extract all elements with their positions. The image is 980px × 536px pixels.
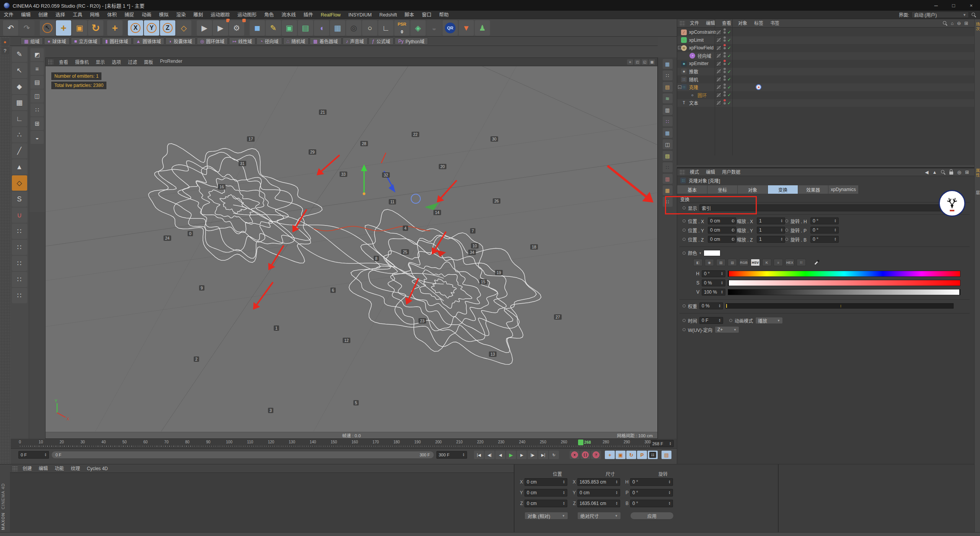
scale-tool[interactable]: ▣ <box>72 20 87 36</box>
object-row-圆环[interactable]: ○圆环✓ <box>677 91 974 99</box>
redo-button[interactable]: ↷ <box>19 20 34 36</box>
lock-icon[interactable] <box>949 172 953 175</box>
close-button[interactable]: × <box>962 0 980 11</box>
texture-mode-icon[interactable]: ▦ <box>12 95 27 110</box>
enabled-check-icon[interactable]: ✓ <box>727 68 731 75</box>
field-button-圆锥体域[interactable]: ▲圆锥体域 <box>133 38 165 45</box>
editor-visibility-dot[interactable] <box>724 60 726 62</box>
xpresso-button[interactable]: ◈ <box>410 20 426 36</box>
swatch-compare-icon[interactable]: ◧ <box>693 259 702 266</box>
x-axis-lock[interactable]: X <box>128 20 143 36</box>
apply-button[interactable]: 应用 <box>630 512 674 520</box>
animation-dot[interactable] <box>683 238 686 241</box>
add-deformer-menu[interactable]: ◖ <box>314 20 329 36</box>
viewport-menu-过滤[interactable]: 过滤 <box>124 59 140 65</box>
menu-窗口[interactable]: 窗口 <box>418 11 435 19</box>
visibility-dots[interactable] <box>724 68 726 75</box>
drag-grip-icon[interactable] <box>48 59 53 65</box>
points-mode-icon[interactable]: ∴ <box>12 127 27 142</box>
object-row-xpConstraints[interactable]: ∕xpConstraints✓ <box>677 28 974 36</box>
rotation-field[interactable]: 0 °▲▼ <box>810 236 839 243</box>
hex-mode[interactable]: HEX <box>785 259 794 266</box>
add-light-menu[interactable]: ○ <box>362 20 377 36</box>
dock-icon-12[interactable]: ▦ <box>663 185 673 195</box>
v-gradient-slider[interactable] <box>728 289 960 295</box>
add-panel-icon[interactable]: ⊞ <box>964 21 968 26</box>
menu-插件[interactable]: 插件 <box>300 11 317 19</box>
viewport-menu-显示[interactable]: 显示 <box>92 59 108 65</box>
object-row-径向域[interactable]: ◔径向域✓ <box>677 52 974 60</box>
scale-field[interactable]: 1▲▼ <box>757 227 785 234</box>
dock-icon-11[interactable]: ▥ <box>663 174 673 184</box>
animation-dot[interactable] <box>683 328 686 331</box>
home-icon[interactable]: ⌂ <box>951 21 954 26</box>
field-button-球体域[interactable]: ●球体域 <box>44 38 69 45</box>
layer-swatch[interactable] <box>716 91 721 99</box>
visibility-dots[interactable] <box>724 91 726 99</box>
drag-grip-icon[interactable] <box>679 170 685 175</box>
polygons-mode-icon[interactable]: ▲ <box>12 159 27 175</box>
menu-帮助[interactable]: 帮助 <box>435 11 452 19</box>
autokey-button[interactable]: ( ) <box>580 451 590 459</box>
drag-grip-icon[interactable] <box>679 21 685 26</box>
h-value-field[interactable]: 0 °▲▼ <box>702 270 725 277</box>
palette-grid-icon-1[interactable]: ∷ <box>12 240 27 255</box>
tab-基本[interactable]: 基本 <box>677 185 707 194</box>
gradient-icon[interactable]: ▧ <box>716 259 725 266</box>
dock-icon-2[interactable]: ∷ <box>663 70 673 80</box>
enabled-check-icon[interactable]: ✓ <box>727 91 731 99</box>
h-gradient-slider[interactable] <box>728 271 960 277</box>
modeling-icon-7[interactable]: ◒ <box>31 131 44 144</box>
object-row-文本[interactable]: T文本✓ <box>677 99 974 107</box>
material-menu-编辑[interactable]: 编辑 <box>35 464 51 473</box>
key-scale-toggle[interactable]: ▣ <box>616 451 626 459</box>
play-button[interactable]: ▶ <box>506 451 516 459</box>
modeling-icon-3[interactable]: ▤ <box>31 76 44 89</box>
menu-模拟[interactable]: 模拟 <box>155 11 172 19</box>
key-parameter-toggle[interactable]: P <box>637 451 647 459</box>
mograph-tag-icon[interactable] <box>756 84 761 90</box>
prev-frame-button[interactable]: ◀ <box>495 451 505 459</box>
render-visibility-dot[interactable] <box>724 71 726 73</box>
viewport-corner-icon-2[interactable]: ◰ <box>634 59 640 65</box>
hsv-mode[interactable]: HSV <box>751 259 760 266</box>
menu-网格[interactable]: 网格 <box>86 11 103 19</box>
render-visibility-dot[interactable] <box>724 63 726 65</box>
filter-icon[interactable]: ⊖ <box>957 21 961 26</box>
render-settings-button[interactable]: ⚙ <box>229 20 244 36</box>
search-icon[interactable] <box>942 21 947 26</box>
sliders-mode[interactable]: ≡ <box>774 259 783 266</box>
am-menu-模式[interactable]: 模式 <box>686 168 702 176</box>
animation-dot[interactable] <box>683 219 686 222</box>
visibility-dots[interactable] <box>724 75 726 83</box>
playhead[interactable] <box>578 440 583 445</box>
layer-swatch[interactable] <box>716 52 721 60</box>
help-icon[interactable]: ? <box>1 47 9 54</box>
scale-field[interactable]: 1▲▼ <box>757 236 785 243</box>
menu-渲染[interactable]: 渲染 <box>172 11 189 19</box>
menu-体积[interactable]: 体积 <box>103 11 121 19</box>
anim-mode-dropdown[interactable]: 播放▼ <box>755 317 783 324</box>
editor-visibility-dot[interactable] <box>724 75 726 78</box>
material-menu-纹理[interactable]: 纹理 <box>67 464 83 473</box>
goto-start-button[interactable]: |◀ <box>474 451 484 459</box>
dock-icon-4[interactable]: ≋ <box>663 93 673 103</box>
viewport-menu-面板[interactable]: 面板 <box>140 59 157 65</box>
material-menu-功能[interactable]: 功能 <box>51 464 67 473</box>
editor-visibility-dot[interactable] <box>724 44 726 46</box>
weight-field[interactable]: 0 %▲▼ <box>699 302 723 309</box>
enabled-check-icon[interactable]: ✓ <box>727 83 731 91</box>
reset-psr-button[interactable]: PSR0 <box>394 20 410 36</box>
viewport-menu-ProRender[interactable]: ProRender <box>157 59 186 65</box>
viewport-menu-选项[interactable]: 选项 <box>108 59 124 65</box>
menu-动画[interactable]: 动画 <box>138 11 155 19</box>
menu-文件[interactable]: 文件 <box>0 11 17 19</box>
add-cube-menu[interactable]: ■ <box>250 20 265 36</box>
eyedropper-icon[interactable] <box>813 260 820 266</box>
menu-编辑[interactable]: 编辑 <box>17 11 34 19</box>
field-button-Python域[interactable]: PyPython域 <box>395 38 428 45</box>
color-wheel-icon[interactable]: ◉ <box>705 259 714 266</box>
render-picture-viewer-button[interactable]: ▶ <box>213 20 228 36</box>
visibility-dots[interactable] <box>724 99 726 107</box>
rotation-field[interactable]: 0 °▲▼ <box>810 227 839 234</box>
